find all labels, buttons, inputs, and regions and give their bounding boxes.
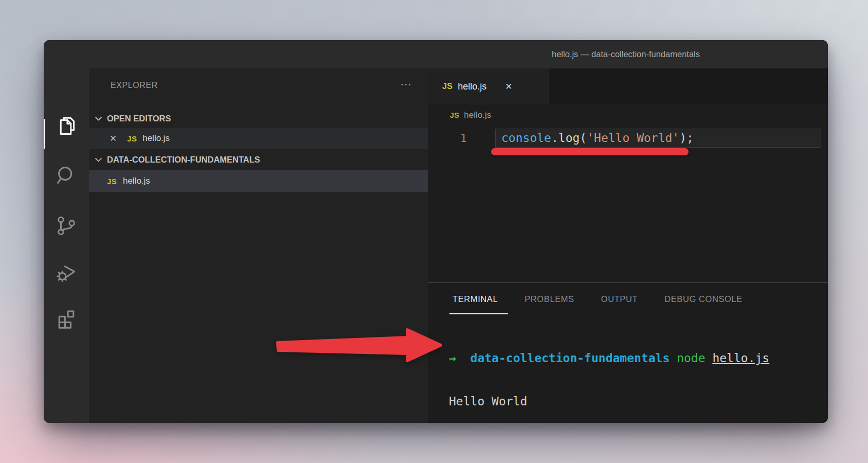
js-file-icon: JS	[127, 134, 137, 143]
breadcrumb-filename[interactable]: hello.js	[464, 110, 491, 120]
terminal-line: Hello World	[449, 394, 769, 408]
tree-item-hello-js[interactable]: JS hello.js	[89, 170, 428, 192]
extensions-icon[interactable]	[44, 301, 89, 337]
more-actions-icon[interactable]: ⋯	[400, 78, 412, 91]
active-panel-tab-underline	[449, 313, 508, 314]
sidebar-title: EXPLORER	[111, 81, 158, 90]
red-underline-annotation	[491, 148, 689, 155]
code-line-1[interactable]: console.log('Hello World');	[501, 129, 694, 148]
window-title: hello.js — data-collection-fundamentals	[508, 40, 744, 68]
tab-problems[interactable]: PROBLEMS	[525, 294, 574, 304]
js-file-icon: JS	[450, 111, 459, 119]
close-editor-icon[interactable]: ✕	[110, 133, 117, 144]
terminal-line: → data-collection-fundamentals node hell…	[449, 351, 769, 365]
tab-title: hello.js	[458, 81, 486, 92]
open-editor-filename: hello.js	[142, 133, 170, 144]
workspace-section-header[interactable]: DATA-COLLECTION-FUNDAMENTALS	[89, 150, 428, 169]
vscode-window: hello.js — data-collection-fundamentals	[44, 40, 828, 423]
sidebar-title-row: EXPLORER ⋯	[89, 78, 428, 94]
source-control-icon[interactable]	[44, 208, 89, 244]
line-number: 1	[449, 129, 467, 148]
chevron-down-icon	[94, 114, 103, 123]
explorer-sidebar: EXPLORER ⋯ OPEN EDITORS ✕ JS hello.js DA…	[89, 68, 428, 423]
tab-terminal[interactable]: TERMINAL	[453, 294, 498, 304]
close-tab-icon[interactable]: ✕	[505, 81, 512, 92]
chevron-down-icon	[94, 155, 103, 164]
activity-bar	[44, 68, 89, 423]
breadcrumb: JS hello.js	[428, 104, 828, 126]
tab-debug-console[interactable]: DEBUG CONSOLE	[664, 294, 743, 304]
run-and-debug-icon[interactable]	[44, 254, 89, 290]
editor-group: JS hello.js ✕ JS hello.js 1 console.log(…	[428, 68, 828, 423]
panel-tab-bar: TERMINAL PROBLEMS OUTPUT DEBUG CONSOLE	[453, 294, 743, 304]
editor-tab-bar: JS hello.js ✕	[428, 68, 828, 104]
tab-output[interactable]: OUTPUT	[601, 294, 638, 304]
tree-item-filename: hello.js	[123, 176, 150, 186]
panel: TERMINAL PROBLEMS OUTPUT DEBUG CONSOLE →…	[428, 282, 828, 423]
titlebar: hello.js — data-collection-fundamentals	[44, 40, 828, 69]
open-editor-item-hello-js[interactable]: ✕ JS hello.js	[89, 128, 428, 149]
js-file-icon: JS	[442, 82, 453, 91]
tab-hello-js[interactable]: JS hello.js ✕	[428, 68, 549, 104]
search-icon[interactable]	[44, 157, 89, 193]
terminal-output[interactable]: → data-collection-fundamentals node hell…	[449, 322, 769, 423]
open-editors-section-header[interactable]: OPEN EDITORS	[89, 109, 428, 128]
workspace-folder-label: DATA-COLLECTION-FUNDAMENTALS	[107, 155, 260, 165]
open-editors-label: OPEN EDITORS	[107, 114, 171, 123]
js-file-icon: JS	[107, 177, 117, 186]
explorer-icon[interactable]	[44, 109, 89, 145]
